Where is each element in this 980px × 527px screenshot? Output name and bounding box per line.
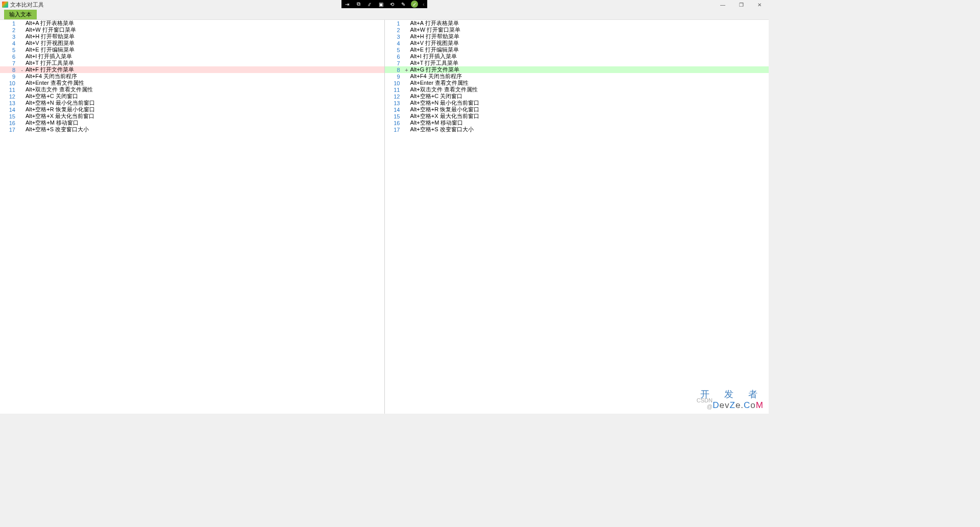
diff-area: 1Alt+A 打开表格菜单2Alt+W 打开窗口菜单3Alt+H 打开帮助菜单4… [0, 19, 769, 414]
line-number: 6 [385, 54, 404, 60]
line-number: 7 [385, 60, 404, 66]
line-number: 16 [0, 120, 19, 126]
overlay-icon-5[interactable]: ⟲ [386, 0, 398, 8]
overlay-icon-2[interactable]: ⧉ [353, 0, 364, 8]
line-number: 6 [0, 54, 19, 60]
line-number: 3 [0, 34, 19, 40]
screen-overlay-toolbar: ⇥ ⧉ ⫽ ▣ ⟲ ✎ ✓ ‹ [341, 0, 427, 8]
line-number: 12 [385, 93, 404, 100]
left-line[interactable]: 17Alt+空格+S 改变窗口大小 [0, 126, 384, 133]
diff-marker: + [404, 67, 409, 73]
line-number: 11 [385, 87, 404, 93]
line-number: 9 [0, 74, 19, 80]
line-number: 14 [0, 107, 19, 113]
titlebar[interactable]: 文本比对工具 ⇥ ⧉ ⫽ ▣ ⟲ ✎ ✓ ‹ — ❐ ✕ [0, 0, 769, 9]
line-number: 8 [385, 67, 404, 73]
input-text-button[interactable]: 输入文本 [4, 10, 37, 19]
overlay-icon-3[interactable]: ⫽ [364, 0, 375, 8]
line-number: 13 [0, 100, 19, 106]
app-toolbar: 输入文本 [0, 9, 769, 19]
line-content: Alt+空格+S 改变窗口大小 [409, 126, 474, 133]
line-number: 1 [385, 20, 404, 27]
line-number: 15 [0, 113, 19, 119]
window-title: 文本比对工具 [10, 1, 44, 9]
app-icon [2, 2, 8, 8]
line-content: Alt+空格+S 改变窗口大小 [24, 126, 89, 133]
line-number: 14 [385, 107, 404, 113]
line-number: 11 [0, 87, 19, 93]
overlay-ok-icon[interactable]: ✓ [411, 1, 418, 8]
line-number: 17 [385, 127, 404, 133]
overlay-icon-1[interactable]: ⇥ [341, 0, 353, 8]
line-number: 12 [0, 93, 19, 100]
line-number: 17 [0, 127, 19, 133]
line-number: 1 [0, 20, 19, 27]
line-number: 9 [385, 74, 404, 80]
left-pane[interactable]: 1Alt+A 打开表格菜单2Alt+W 打开窗口菜单3Alt+H 打开帮助菜单4… [0, 20, 385, 414]
overlay-collapse-icon[interactable]: ‹ [420, 0, 427, 8]
close-button[interactable]: ✕ [750, 0, 769, 9]
line-number: 4 [0, 40, 19, 46]
line-number: 4 [385, 40, 404, 46]
line-number: 16 [385, 120, 404, 126]
line-number: 10 [0, 80, 19, 86]
line-number: 5 [0, 47, 19, 53]
window-controls: — ❐ ✕ [714, 0, 769, 9]
overlay-icon-6[interactable]: ✎ [398, 0, 409, 8]
line-number: 2 [0, 27, 19, 33]
diff-marker: - [19, 67, 24, 73]
right-pane[interactable]: 1Alt+A 打开表格菜单2Alt+W 打开窗口菜单3Alt+H 打开帮助菜单4… [385, 20, 769, 414]
line-number: 13 [385, 100, 404, 106]
line-number: 3 [385, 34, 404, 40]
line-number: 10 [385, 80, 404, 86]
overlay-icon-4[interactable]: ▣ [375, 0, 386, 8]
line-number: 5 [385, 47, 404, 53]
right-line[interactable]: 17Alt+空格+S 改变窗口大小 [385, 126, 769, 133]
minimize-button[interactable]: — [714, 0, 732, 9]
line-number: 2 [385, 27, 404, 33]
maximize-button[interactable]: ❐ [732, 0, 750, 9]
line-number: 7 [0, 60, 19, 66]
line-number: 8 [0, 67, 19, 73]
line-number: 15 [385, 113, 404, 119]
